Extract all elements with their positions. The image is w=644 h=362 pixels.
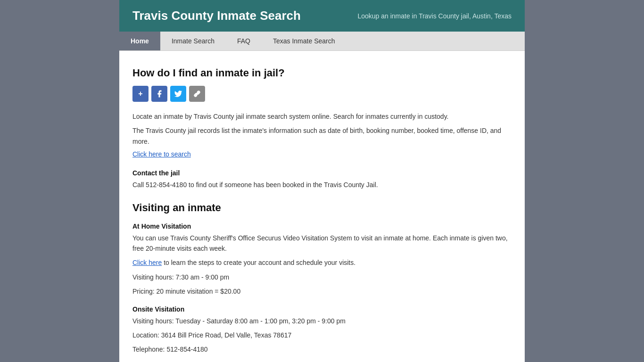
home-visitation-pricing: Pricing: 20 minute visitation = $20.00 (132, 286, 512, 296)
find-inmate-para1: Locate an inmate by Travis County jail i… (132, 111, 512, 122)
onsite-location: Location: 3614 Bill Price Road, Del Vall… (132, 330, 512, 340)
contact-text: Call 512-854-4180 to find out if someone… (132, 180, 512, 190)
twitter-icon (174, 90, 182, 98)
home-visitation-link-para: Click here to learn the steps to create … (132, 257, 512, 268)
home-visiting-hours: Visiting hours: 7:30 am - 9:00 pm (132, 272, 512, 282)
home-visitation-title: At Home Visitation (132, 222, 512, 230)
share-link-button[interactable] (189, 86, 205, 102)
onsite-telephone: Telephone: 512-854-4180 (132, 344, 512, 354)
site-subtitle: Lookup an inmate in Travis County jail, … (357, 12, 512, 20)
nav-item-texas-search[interactable]: Texas Inmate Search (262, 32, 347, 50)
nav-item-faq[interactable]: FAQ (226, 32, 262, 50)
visiting-section: Visiting an inmate At Home Visitation Yo… (132, 202, 512, 355)
contact-section: Contact the jail Call 512-854-4180 to fi… (132, 169, 512, 190)
main-content: How do I find an inmate in jail? + (119, 51, 525, 362)
nav-item-inmate-search[interactable]: Inmate Search (160, 32, 226, 50)
find-inmate-para2: The Travis County jail records list the … (132, 125, 512, 147)
link-icon (193, 90, 201, 98)
share-facebook-button[interactable] (151, 86, 167, 102)
find-inmate-title: How do I find an inmate in jail? (132, 67, 512, 79)
nav-item-home[interactable]: Home (119, 32, 160, 50)
main-nav: Home Inmate Search FAQ Texas Inmate Sear… (119, 32, 525, 51)
contact-title: Contact the jail (132, 169, 512, 177)
facebook-icon (155, 90, 164, 98)
click-here-search-link[interactable]: Click here to search (132, 150, 191, 158)
home-visitation-para1: You can use Travis County Sheriff's Offi… (132, 233, 512, 254)
page-header: Travis County Inmate Search Lookup an in… (119, 0, 525, 32)
visiting-title: Visiting an inmate (132, 202, 512, 214)
find-inmate-section: How do I find an inmate in jail? + (132, 67, 512, 158)
share-twitter-button[interactable] (170, 86, 186, 102)
site-title: Travis County Inmate Search (132, 8, 301, 23)
onsite-visitation-title: Onsite Visitation (132, 305, 512, 313)
onsite-visiting-hours: Visiting hours: Tuesday - Saturday 8:00 … (132, 316, 512, 326)
share-addthis-button[interactable]: + (132, 86, 149, 102)
click-here-visits-link[interactable]: Click here (132, 259, 162, 266)
home-visitation-link-after: to learn the steps to create your accoun… (162, 259, 355, 266)
share-buttons-container: + (132, 86, 512, 102)
